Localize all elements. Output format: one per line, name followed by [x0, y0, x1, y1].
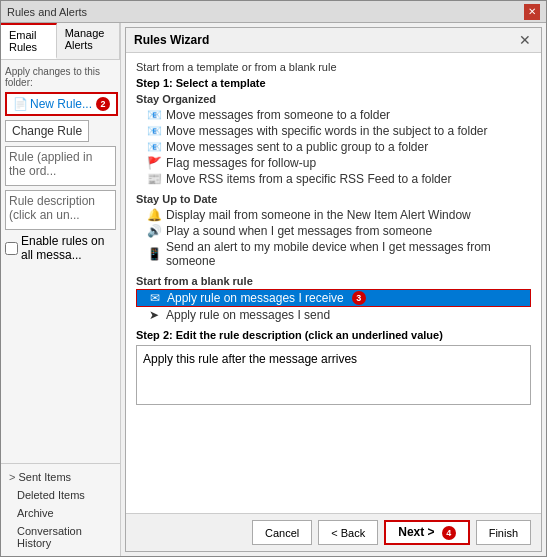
- stay-up-to-date-section: Stay Up to Date 🔔 Display mail from some…: [136, 193, 531, 269]
- template-move-from-someone[interactable]: 📧 Move messages from someone to a folder: [136, 107, 531, 123]
- stay-organized-header: Stay Organized: [136, 93, 531, 105]
- left-panel: Email Rules Manage Alerts Apply changes …: [1, 23, 121, 556]
- step2-area: Apply this rule after the message arrive…: [136, 345, 531, 405]
- template-item-label-8: Send an alert to my mobile device when I…: [166, 240, 531, 268]
- template-flag-messages[interactable]: 🚩 Flag messages for follow-up: [136, 155, 531, 171]
- msg-icon-3: 📧: [146, 140, 162, 154]
- template-apply-receive[interactable]: ✉ Apply rule on messages I receive 3: [136, 289, 531, 307]
- outer-window: Rules and Alerts ✕ Email Rules Manage Al…: [0, 0, 547, 557]
- nav-conversation-history[interactable]: Conversation History: [1, 522, 120, 552]
- enable-checkbox[interactable]: [5, 242, 18, 255]
- template-move-rss[interactable]: 📰 Move RSS items from a specific RSS Fee…: [136, 171, 531, 187]
- step1-label: Step 1: Select a template: [136, 77, 531, 89]
- template-display-mail[interactable]: 🔔 Display mail from someone in the New I…: [136, 207, 531, 223]
- template-item-label-1: Move messages from someone to a folder: [166, 108, 390, 122]
- wizard-footer: Cancel < Back Next > 4 Finish: [126, 513, 541, 551]
- new-rule-label: New Rule...: [30, 97, 92, 111]
- step2-desc: Apply this rule after the message arrive…: [143, 352, 357, 366]
- step4-badge: 4: [442, 526, 456, 540]
- rule-list-area: Rule (applied in the ord...: [5, 146, 116, 186]
- sound-icon: 🔊: [146, 224, 162, 238]
- enable-row: Enable rules on all messa...: [5, 234, 116, 262]
- rule-list-text: Rule (applied in the ord...: [9, 150, 92, 178]
- blank-rule-header: Start from a blank rule: [136, 275, 531, 287]
- template-item-label-2: Move messages with specific words in the…: [166, 124, 487, 138]
- blank-rule-section: Start from a blank rule ✉ Apply rule on …: [136, 275, 531, 323]
- next-label: Next >: [398, 525, 434, 539]
- template-item-label-6: Display mail from someone in the New Ite…: [166, 208, 471, 222]
- template-item-label-4: Flag messages for follow-up: [166, 156, 316, 170]
- outer-close-button[interactable]: ✕: [524, 4, 540, 20]
- stay-organized-section: Stay Organized 📧 Move messages from some…: [136, 93, 531, 187]
- template-move-specific-words[interactable]: 📧 Move messages with specific words in t…: [136, 123, 531, 139]
- wizard-title-bar: Rules Wizard ✕: [126, 28, 541, 53]
- template-play-sound[interactable]: 🔊 Play a sound when I get messages from …: [136, 223, 531, 239]
- rule-desc-label: Rule description (click an un...: [9, 194, 95, 222]
- msg-icon-2: 📧: [146, 124, 162, 138]
- left-tabs: Email Rules Manage Alerts: [1, 23, 120, 60]
- finish-button[interactable]: Finish: [476, 520, 531, 545]
- step3-badge: 3: [352, 291, 366, 305]
- nav-archive[interactable]: Archive: [1, 504, 120, 522]
- change-rule-row: Change Rule: [5, 120, 116, 142]
- outer-title: Rules and Alerts: [7, 6, 87, 18]
- cancel-button[interactable]: Cancel: [252, 520, 312, 545]
- next-button[interactable]: Next > 4: [384, 520, 469, 545]
- template-item-label-5: Move RSS items from a specific RSS Feed …: [166, 172, 451, 186]
- template-item-label-7: Play a sound when I get messages from so…: [166, 224, 432, 238]
- new-rule-badge: 2: [96, 97, 110, 111]
- template-send-alert[interactable]: 📱 Send an alert to my mobile device when…: [136, 239, 531, 269]
- template-item-label-3: Move messages sent to a public group to …: [166, 140, 428, 154]
- left-nav: Sent Items Deleted Items Archive Convers…: [1, 463, 120, 556]
- template-item-label-9: Apply rule on messages I receive: [167, 291, 344, 305]
- step2-label: Step 2: Edit the rule description (click…: [136, 329, 531, 341]
- template-apply-send[interactable]: ➤ Apply rule on messages I send: [136, 307, 531, 323]
- stay-up-to-date-header: Stay Up to Date: [136, 193, 531, 205]
- change-rule-label: Change Rule: [12, 124, 82, 138]
- outer-body: Email Rules Manage Alerts Apply changes …: [1, 23, 546, 556]
- outer-title-bar: Rules and Alerts ✕: [1, 1, 546, 23]
- rule-desc-area: Rule description (click an un...: [5, 190, 116, 230]
- template-item-label-10: Apply rule on messages I send: [166, 308, 330, 322]
- flag-icon: 🚩: [146, 156, 162, 170]
- wizard-intro: Start from a template or from a blank ru…: [136, 61, 531, 73]
- new-rule-button[interactable]: 📄 New Rule... 2: [5, 92, 118, 116]
- back-button[interactable]: < Back: [318, 520, 378, 545]
- left-content: Apply changes to this folder: 📄 New Rule…: [1, 60, 120, 463]
- enable-label: Enable rules on all messa...: [21, 234, 116, 262]
- wizard-body: Start from a template or from a blank ru…: [126, 53, 541, 513]
- send-icon: ➤: [146, 308, 162, 322]
- nav-sent-items[interactable]: Sent Items: [1, 468, 120, 486]
- envelope-icon: ✉: [147, 291, 163, 305]
- new-rule-icon: 📄: [13, 97, 28, 111]
- wizard-close-button[interactable]: ✕: [517, 32, 533, 48]
- tab-email-rules[interactable]: Email Rules: [1, 23, 57, 59]
- apply-text: Apply changes to this folder:: [5, 64, 116, 92]
- template-move-public-group[interactable]: 📧 Move messages sent to a public group t…: [136, 139, 531, 155]
- mobile-icon: 📱: [146, 247, 162, 261]
- change-rule-button[interactable]: Change Rule: [5, 120, 89, 142]
- msg-icon-1: 📧: [146, 108, 162, 122]
- nav-deleted-items[interactable]: Deleted Items: [1, 486, 120, 504]
- rss-icon: 📰: [146, 172, 162, 186]
- tab-manage-alerts[interactable]: Manage Alerts: [57, 23, 120, 59]
- wizard-title: Rules Wizard: [134, 33, 209, 47]
- alert-icon: 🔔: [146, 208, 162, 222]
- wizard-panel: Rules Wizard ✕ Start from a template or …: [125, 27, 542, 552]
- button-row: 📄 New Rule... 2: [5, 92, 116, 116]
